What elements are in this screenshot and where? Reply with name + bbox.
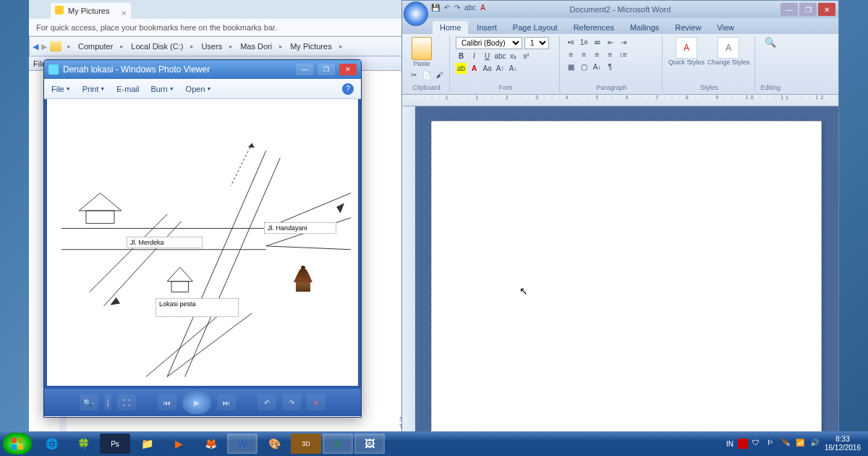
bold-icon[interactable]: B (456, 51, 467, 62)
maximize-button[interactable]: ❐ (799, 3, 817, 16)
copy-icon[interactable]: 📄 (421, 69, 432, 80)
align-left-icon[interactable]: ≡ (566, 49, 576, 60)
clear-format-icon[interactable]: Aa (482, 63, 493, 74)
font-color-icon[interactable]: A (469, 63, 480, 74)
font-color-icon[interactable]: A (480, 4, 485, 12)
line-spacing-icon[interactable]: ↕≡ (618, 49, 629, 60)
superscript-icon[interactable]: x² (521, 51, 532, 62)
indent-inc-icon[interactable]: ⇥ (618, 37, 629, 48)
italic-icon[interactable]: I (469, 51, 480, 62)
pv-titlebar[interactable]: Denah lokasi - Windows Photo Viewer — ❐ … (44, 60, 361, 79)
back-icon[interactable]: ◀ (33, 42, 38, 51)
bullets-icon[interactable]: •≡ (566, 37, 576, 48)
tab-insert[interactable]: Insert (469, 21, 504, 34)
taskbar-paint[interactable]: 🎨 (259, 434, 289, 454)
change-styles-button[interactable]: A Change Styles (707, 37, 750, 66)
document-page[interactable] (431, 121, 822, 432)
next-button[interactable]: ⏭ (217, 394, 236, 410)
tray-volume-icon[interactable]: 🔊 (810, 439, 820, 449)
minimize-button[interactable]: — (780, 3, 798, 16)
sort-icon[interactable]: A↓ (592, 62, 603, 72)
tray-action-icon[interactable]: 🏳 (767, 439, 777, 449)
font-name-select[interactable]: Calibri (Body) (456, 37, 522, 49)
shading-icon[interactable]: ▦ (566, 62, 576, 72)
menu-burn[interactable]: Burn▼ (150, 85, 174, 93)
minimize-button[interactable]: — (296, 64, 313, 75)
paste-button[interactable]: Paste (408, 37, 435, 67)
tab-references[interactable]: References (566, 21, 621, 34)
multilevel-icon[interactable]: ⩸ (592, 37, 603, 48)
find-button[interactable]: 🔍 (761, 37, 781, 48)
tray-shield-icon[interactable]: 🛡 (752, 439, 762, 449)
prev-button[interactable]: ⏮ (158, 394, 176, 410)
redo-icon[interactable]: ↷ (454, 4, 460, 12)
zoom-slider[interactable]: | (104, 394, 111, 410)
taskbar-clover[interactable]: 🍀 (68, 434, 98, 454)
delete-icon[interactable]: ✕ (307, 394, 326, 410)
align-center-icon[interactable]: ≡ (579, 49, 590, 60)
help-icon[interactable]: ? (342, 83, 354, 95)
tab-mailings[interactable]: Mailings (623, 21, 666, 34)
strike-icon[interactable]: abc (495, 51, 506, 62)
tab-home[interactable]: Home (433, 21, 468, 34)
rotate-cw-icon[interactable]: ↷ (282, 394, 301, 410)
map-label-lokasi: Lokasi pesta (156, 298, 239, 317)
horizontal-ruler[interactable]: · · · 1 · · · 1 · · · 2 · · · 3 · · · 4 … (402, 95, 838, 106)
taskbar-photoshop[interactable]: Ps (100, 434, 130, 454)
start-button[interactable] (3, 433, 32, 455)
spellcheck-icon[interactable]: abc (464, 4, 476, 12)
office-button[interactable] (404, 1, 428, 26)
format-painter-icon[interactable]: 🖌 (434, 69, 445, 80)
taskbar-word[interactable]: W (227, 434, 258, 454)
indent-dec-icon[interactable]: ⇤ (605, 37, 616, 48)
close-button[interactable]: ✕ (339, 64, 357, 75)
tab-review[interactable]: Review (668, 21, 708, 34)
subscript-icon[interactable]: x₂ (508, 51, 519, 62)
close-tab-icon[interactable]: ✕ (121, 6, 127, 22)
taskbar-ie[interactable]: 🌐 (36, 434, 67, 454)
tray-clock[interactable]: 8:33 16/12/2016 (825, 435, 861, 452)
tab-page-layout[interactable]: Page Layout (506, 21, 565, 34)
menu-open[interactable]: Open▼ (186, 85, 212, 93)
taskbar-excel[interactable]: X (323, 434, 353, 454)
taskbar-photoviewer[interactable]: 🖼 (354, 434, 385, 454)
tray-feather-icon[interactable]: 🪶 (781, 439, 791, 449)
chrome-tab[interactable]: My Pictures ✕ (51, 3, 131, 19)
show-marks-icon[interactable]: ¶ (605, 62, 616, 72)
quick-styles-button[interactable]: A Quick Styles (668, 37, 705, 66)
close-button[interactable]: ✕ (818, 3, 835, 16)
numbering-icon[interactable]: 1≡ (579, 37, 590, 48)
zoom-out-icon[interactable]: 🔍- (80, 394, 98, 410)
align-right-icon[interactable]: ≡ (592, 49, 603, 60)
fit-icon[interactable]: ⛶ (117, 394, 136, 410)
tab-view[interactable]: View (710, 21, 741, 34)
maximize-button[interactable]: ❐ (318, 64, 335, 75)
taskbar-explorer[interactable]: 📁 (132, 434, 162, 454)
undo-icon[interactable]: ↶ (444, 4, 450, 12)
rotate-ccw-icon[interactable]: ↶ (258, 394, 276, 410)
taskbar-3d[interactable]: 3D (291, 434, 321, 454)
tray-network-icon[interactable]: 📶 (796, 439, 806, 449)
forward-icon[interactable]: ▶ (41, 42, 47, 51)
taskbar-firefox[interactable]: 🦊 (195, 434, 226, 454)
menu-email[interactable]: E-mail (116, 85, 139, 93)
save-icon[interactable]: 💾 (431, 4, 440, 12)
cut-icon[interactable]: ✂ (408, 69, 419, 80)
font-size-select[interactable]: 11 (524, 37, 549, 49)
underline-icon[interactable]: U (482, 51, 493, 62)
taskbar-media[interactable]: ▶ (163, 434, 194, 454)
breadcrumb[interactable]: ▸Computer ▸Local Disk (C:) ▸Users ▸Mas D… (64, 41, 346, 52)
taskbar: 🌐 🍀 Ps 📁 ▶ 🦊 W 🎨 3D X 🖼 IN 🛡 🏳 🪶 📶 🔊 8:3… (0, 431, 868, 456)
menu-print[interactable]: Print▼ (82, 85, 106, 93)
borders-icon[interactable]: ▢ (579, 62, 590, 72)
menu-file[interactable]: File▼ (51, 85, 71, 93)
slideshow-button[interactable]: ▶ (182, 391, 211, 414)
shrink-font-icon[interactable]: A↓ (508, 63, 519, 74)
vertical-ruler[interactable] (402, 106, 415, 434)
grow-font-icon[interactable]: A↑ (495, 63, 506, 74)
highlight-icon[interactable]: ab (456, 63, 467, 74)
tray-flag-icon[interactable] (738, 439, 748, 449)
justify-icon[interactable]: ≡ (605, 49, 616, 60)
tray-lang[interactable]: IN (726, 440, 733, 448)
word-titlebar[interactable]: 💾 ↶ ↷ abc A Document2 - Microsoft Word —… (402, 1, 838, 18)
